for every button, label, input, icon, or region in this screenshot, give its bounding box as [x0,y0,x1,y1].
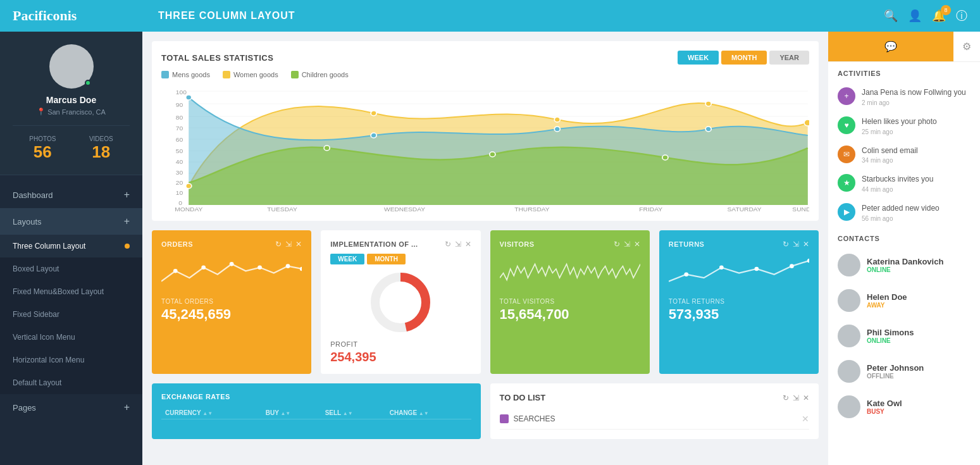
svg-point-40 [173,269,178,273]
tab-month[interactable]: MONTH [721,51,767,65]
sort-arrow: ▲▼ [202,411,213,416]
activity-icon-3: ★ [838,174,855,192]
impl-tabs: WEEK MONTH [330,254,471,264]
contact-item-0[interactable]: Katerina Dankovich ONLINE [828,247,980,283]
todo-card: TO DO LIST ↻ ⇲ ✕ SEARCHES ✕ [490,383,819,439]
info-icon[interactable]: ⓘ [956,8,967,23]
contact-item-3[interactable]: Peter Johnson OFFLINE [828,354,980,389]
main-chart-svg: 100 90 80 70 60 50 40 30 20 10 0 [161,85,809,211]
sidebar-item-default[interactable]: Default Layout [0,371,142,394]
visitors-card-header: VISITORS ↻ ⇲ ✕ [500,240,640,249]
sidebar-item-fixed-sidebar[interactable]: Fixed Sidebar [0,303,142,326]
close-icon[interactable]: ✕ [295,240,302,249]
svg-text:70: 70 [176,125,183,132]
col-sell[interactable]: SELL ▲▼ [321,407,386,419]
orders-mini-chart [161,254,302,292]
todo-color [500,414,509,423]
expand-icon[interactable]: ⇲ [624,240,630,249]
col-buy[interactable]: BUY ▲▼ [262,407,321,419]
svg-point-41 [201,266,206,270]
svg-text:10: 10 [176,190,183,196]
donut-chart [330,271,471,334]
todo-expand-icon[interactable]: ⇲ [793,394,799,402]
close-icon[interactable]: ✕ [803,240,809,249]
refresh-icon[interactable]: ↻ [445,240,451,249]
refresh-icon[interactable]: ↻ [614,240,620,249]
contact-avatar-1 [838,289,860,312]
sidebar-item-dashboard[interactable]: Dashboard + [0,182,142,208]
bell-icon[interactable]: 🔔 8 [932,9,946,23]
activity-icon-1: ♥ [838,116,855,134]
orders-card: ORDERS ↻ ⇲ ✕ [152,230,311,374]
close-icon[interactable]: ✕ [465,240,471,249]
svg-text:60: 60 [176,137,183,143]
sidebar-item-vertical-icon[interactable]: Vertical Icon Menu [0,326,142,349]
tab-year[interactable]: YEAR [769,51,809,65]
svg-text:90: 90 [176,102,183,108]
chart-title: TOTAL SALES STATISTICS [161,53,273,63]
center-content: TOTAL SALES STATISTICS WEEK MONTH YEAR M… [142,32,828,465]
todo-item-left: SEARCHES [500,414,555,423]
chat-tab[interactable]: 💬 [828,32,953,61]
sidebar-item-layouts[interactable]: Layouts + [0,208,142,235]
svg-point-42 [230,262,234,266]
exchange-table: CURRENCY ▲▼ BUY ▲▼ SELL ▲▼ [161,407,471,419]
user-stats: PHOTOS 56 VIDEOS 18 [13,125,130,162]
svg-text:THURSDAY: THURSDAY [514,206,550,211]
top-header: Pacificonis THREE COLUMN LAYOUT 🔍 👤 🔔 8 … [0,0,980,32]
contact-item-2[interactable]: Phil Simons ONLINE [828,318,980,354]
todo-item-close[interactable]: ✕ [802,414,809,424]
contact-info-4: Kate Owl BUSY [867,399,971,415]
user-icon[interactable]: 👤 [908,9,922,23]
sidebar-item-pages[interactable]: Pages + [0,394,142,421]
chart-section: TOTAL SALES STATISTICS WEEK MONTH YEAR M… [152,41,819,221]
pages-plus-icon: + [124,402,130,413]
impl-tab-month[interactable]: MONTH [367,254,406,264]
visitors-card-icons: ↻ ⇲ ✕ [614,240,640,249]
sort-arrow: ▲▼ [280,411,290,416]
activity-content-4: Peter added new video 56 min ago [862,203,940,222]
legend-women-dot [223,71,230,78]
contact-item-4[interactable]: Kate Owl BUSY [828,389,980,425]
tab-week[interactable]: WEEK [678,51,719,65]
contacts-title: CONTACTS [828,227,980,247]
orders-card-header: ORDERS ↻ ⇲ ✕ [161,240,302,249]
implementation-card: IMPLEMENTATION OF ... ↻ ⇲ ✕ WEEK MONTH [321,230,480,374]
svg-point-26 [371,111,376,116]
expand-icon[interactable]: ⇲ [793,240,799,249]
logo: Pacificonis [13,8,139,24]
sidebar-item-horizontal-icon[interactable]: Horizontal Icon Menu [0,349,142,371]
main-layout: Marcus Doe 📍 San Francisco, CA PHOTOS 56… [0,32,980,465]
svg-point-48 [684,272,688,276]
col-change[interactable]: CHANGE ▲▼ [386,407,471,419]
chart-legend: Mens goods Women goods Children goods [161,71,809,78]
orders-card-icons: ↻ ⇲ ✕ [275,240,302,249]
impl-tab-week[interactable]: WEEK [330,254,364,264]
svg-point-52 [807,259,809,263]
todo-refresh-icon[interactable]: ↻ [783,394,789,402]
close-icon[interactable]: ✕ [634,240,640,249]
svg-text:TUESDAY: TUESDAY [267,206,297,211]
activity-item-2: ✉ Colin send email 34 min ago [828,140,980,170]
expand-icon[interactable]: ⇲ [455,240,461,249]
svg-text:100: 100 [176,89,187,96]
returns-card: RETURNS ↻ ⇲ ✕ [659,230,819,374]
sidebar-item-three-column[interactable]: Three Column Layout [0,235,142,257]
refresh-icon[interactable]: ↻ [783,240,789,249]
activity-item-0: + Jana Pena is now Follwing you 2 min ag… [828,82,980,111]
contact-info-3: Peter Johnson OFFLINE [867,363,971,380]
col-currency[interactable]: CURRENCY ▲▼ [161,407,262,419]
contact-avatar-0 [838,254,860,276]
search-icon[interactable]: 🔍 [884,9,898,23]
settings-tab[interactable]: ⚙ [953,32,980,61]
svg-point-44 [286,264,290,268]
refresh-icon[interactable]: ↻ [275,240,282,249]
svg-point-23 [554,127,560,132]
todo-close-icon[interactable]: ✕ [803,394,809,402]
sidebar-item-boxed[interactable]: Boxed Layout [0,257,142,280]
contact-item-1[interactable]: Helen Doe AWAY [828,283,980,318]
expand-icon[interactable]: ⇲ [285,240,292,249]
stats-row: ORDERS ↻ ⇲ ✕ [152,230,819,374]
notification-badge: 8 [941,5,951,15]
sidebar-item-fixed-menu-boxed[interactable]: Fixed Menu&Boxed Layout [0,280,142,303]
